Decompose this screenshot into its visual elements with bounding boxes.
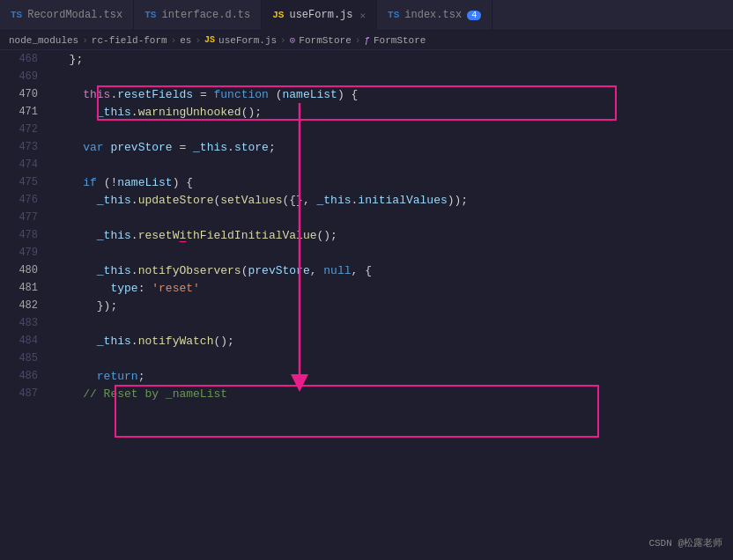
tab-useform[interactable]: JS useForm.js ✕ <box>262 0 377 31</box>
line-num-468: 468 <box>0 50 48 68</box>
code-line-473: var prevStore = _this.store; <box>48 138 733 156</box>
line-num-483: 483 <box>0 314 48 332</box>
code-line-483 <box>48 314 733 332</box>
line-num-479: 479 <box>0 244 48 262</box>
line-num-482: 482 <box>0 297 48 314</box>
breadcrumb-part: rc-field-form <box>92 35 167 46</box>
line-num-473: 473 <box>0 138 48 156</box>
code-line-478: _this.resetWithFieldInitialValue(); <box>48 226 733 244</box>
badge: 4 <box>467 11 481 20</box>
line-num-474: 474 <box>0 156 48 173</box>
tab-label: useForm.js <box>289 9 352 21</box>
code-line-469 <box>48 68 733 85</box>
code-line-471: _this.warningUnhooked(); <box>48 103 733 121</box>
code-line-487: // Reset by _nameList <box>48 385 733 402</box>
code-line-480: _this.notifyObservers(prevStore, null, { <box>48 262 733 279</box>
code-editor: 468 469 470 471 472 473 474 475 476 477 … <box>0 50 733 556</box>
line-num-487: 487 <box>0 385 48 402</box>
line-numbers: 468 469 470 471 472 473 474 475 476 477 … <box>0 50 48 556</box>
code-content: }; this.resetFields = function (nameList… <box>48 50 733 556</box>
class-icon: ⊙ <box>290 34 296 46</box>
line-num-481: 481 <box>0 279 48 297</box>
tab-interface[interactable]: TS interface.d.ts <box>134 0 262 30</box>
line-num-471: 471 <box>0 103 48 121</box>
line-num-485: 485 <box>0 350 48 367</box>
line-num-476: 476 <box>0 191 48 209</box>
js-icon: JS <box>272 10 284 20</box>
tab-recordmodal[interactable]: TS RecordModal.tsx <box>0 0 134 30</box>
fn-icon: ƒ <box>364 35 370 46</box>
line-num-480: 480 <box>0 262 48 279</box>
code-line-474 <box>48 156 733 173</box>
line-num-472: 472 <box>0 121 48 138</box>
tab-label: index.tsx <box>404 9 462 21</box>
breadcrumb-part: FormStore <box>299 35 351 46</box>
tab-index[interactable]: TS index.tsx 4 <box>377 0 492 30</box>
code-line-482: }); <box>48 297 733 314</box>
line-num-475: 475 <box>0 173 48 191</box>
line-num-478: 478 <box>0 226 48 244</box>
code-line-472 <box>48 121 733 138</box>
code-line-477 <box>48 209 733 226</box>
ts-icon: TS <box>144 10 156 20</box>
breadcrumb: node_modules › rc-field-form › es › JS u… <box>0 31 733 50</box>
code-line-468: }; <box>48 50 733 68</box>
breadcrumb-part: node_modules <box>9 35 78 46</box>
close-icon[interactable]: ✕ <box>359 10 366 21</box>
ts-icon: TS <box>388 10 399 20</box>
js-file-icon: JS <box>204 35 215 45</box>
code-line-476: _this.updateStore(setValues({}, _this.in… <box>48 191 733 209</box>
tab-label: RecordModal.tsx <box>27 9 122 21</box>
line-num-470: 470 <box>0 85 48 103</box>
line-num-469: 469 <box>0 68 48 85</box>
breadcrumb-part: useForm.js <box>218 35 277 46</box>
line-num-477: 477 <box>0 209 48 226</box>
code-line-485 <box>48 350 733 367</box>
ts-icon: TS <box>11 10 22 20</box>
code-line-470: this.resetFields = function (nameList) { <box>48 85 733 103</box>
breadcrumb-part: es <box>180 35 191 46</box>
code-line-475: if (!nameList) { <box>48 173 733 191</box>
line-num-484: 484 <box>0 332 48 350</box>
code-line-479 <box>48 244 733 262</box>
code-line-481: type: 'reset' <box>48 279 733 297</box>
line-num-486: 486 <box>0 367 48 385</box>
tab-label: interface.d.ts <box>161 9 250 21</box>
code-line-486: return; <box>48 367 733 385</box>
code-line-484: _this.notifyWatch(); <box>48 332 733 350</box>
breadcrumb-part: FormStore <box>374 35 426 46</box>
tab-bar: TS RecordModal.tsx TS interface.d.ts JS … <box>0 0 733 31</box>
watermark: CSDN @松露老师 <box>648 536 722 549</box>
